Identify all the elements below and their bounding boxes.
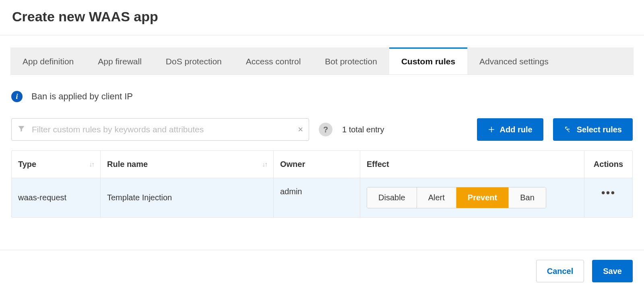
info-banner: i Ban is applied by client IP xyxy=(11,91,633,102)
row-actions-menu-icon[interactable]: ••• xyxy=(591,187,626,198)
tab-app-definition[interactable]: App definition xyxy=(10,47,86,74)
col-header-rule-name[interactable]: Rule name ↓↑ xyxy=(100,151,273,178)
add-rule-label: Add rule xyxy=(500,125,533,134)
sort-icon[interactable]: ↓↑ xyxy=(89,161,94,168)
clear-filter-icon[interactable]: × xyxy=(298,124,303,135)
info-icon: i xyxy=(11,91,23,102)
page-header: Create new WAAS app xyxy=(0,0,644,35)
tab-dos-protection[interactable]: DoS protection xyxy=(154,47,234,74)
effect-option-alert[interactable]: Alert xyxy=(417,187,456,208)
tab-custom-rules[interactable]: Custom rules xyxy=(389,47,467,74)
save-button[interactable]: Save xyxy=(592,260,633,282)
page-title: Create new WAAS app xyxy=(12,9,632,25)
select-rules-icon xyxy=(564,125,572,134)
add-rule-button[interactable]: Add rule xyxy=(477,118,543,141)
col-header-actions: Actions xyxy=(584,151,632,178)
tab-content: i Ban is applied by client IP × ? 1 tota… xyxy=(0,75,644,230)
toolbar: × ? 1 total entry Add rule Select rules xyxy=(11,118,633,141)
info-text: Ban is applied by client IP xyxy=(31,91,133,102)
filter-input[interactable] xyxy=(31,124,298,135)
tab-access-control[interactable]: Access control xyxy=(234,47,313,74)
effect-toggle-group: DisableAlertPreventBan xyxy=(367,187,546,208)
cell-rule-name: Template Injection xyxy=(100,178,273,217)
select-rules-button[interactable]: Select rules xyxy=(553,118,633,141)
cell-actions: ••• xyxy=(584,178,632,217)
help-icon[interactable]: ? xyxy=(319,123,332,136)
tab-bar: App definitionApp firewallDoS protection… xyxy=(10,47,634,75)
table-header-row: Type ↓↑ Rule name ↓↑ Owner Effect Action… xyxy=(12,151,632,178)
rules-table: Type ↓↑ Rule name ↓↑ Owner Effect Action… xyxy=(11,150,633,218)
plus-icon xyxy=(488,126,495,133)
cell-owner: admin xyxy=(273,178,360,217)
sort-icon[interactable]: ↓↑ xyxy=(262,161,267,168)
cell-effect: DisableAlertPreventBan xyxy=(360,178,584,217)
tab-app-firewall[interactable]: App firewall xyxy=(86,47,154,74)
tab-advanced-settings[interactable]: Advanced settings xyxy=(467,47,561,74)
filter-box[interactable]: × xyxy=(11,118,309,141)
cancel-button[interactable]: Cancel xyxy=(536,260,584,282)
effect-option-disable[interactable]: Disable xyxy=(367,187,417,208)
tab-bot-protection[interactable]: Bot protection xyxy=(313,47,389,74)
effect-option-prevent[interactable]: Prevent xyxy=(456,187,509,208)
table-row[interactable]: waas-requestTemplate InjectionadminDisab… xyxy=(12,178,632,217)
select-rules-label: Select rules xyxy=(577,125,622,134)
effect-option-ban[interactable]: Ban xyxy=(509,187,546,208)
filter-icon xyxy=(17,125,25,135)
col-header-effect: Effect xyxy=(360,151,584,178)
entry-count: 1 total entry xyxy=(342,125,384,134)
footer: Cancel Save xyxy=(0,250,644,290)
col-header-owner[interactable]: Owner xyxy=(273,151,360,178)
col-header-type[interactable]: Type ↓↑ xyxy=(12,151,100,178)
cell-type: waas-request xyxy=(12,178,100,217)
